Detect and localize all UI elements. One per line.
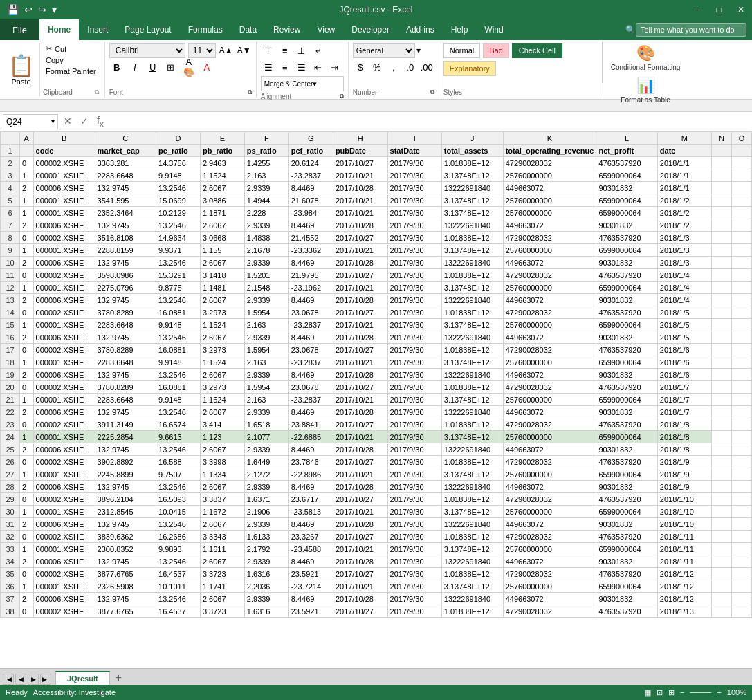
cell-r14-c5[interactable]: 3.2973 [200,306,244,319]
header-k[interactable]: total_operating_revenue [503,145,596,157]
cell-r33-c3[interactable]: 2300.8352 [95,543,156,555]
cell-r37-c1[interactable]: 2 [20,593,34,605]
cell-r5-c11[interactable]: 25760000000 [503,194,596,207]
cell-r16-empty-0[interactable] [712,331,732,344]
col-header-n[interactable]: N [712,132,732,145]
increase-font-button[interactable]: A▲ [219,43,234,58]
cell-r29-empty-1[interactable] [731,493,751,506]
cell-r27-c12[interactable]: 6599000064 [596,468,657,481]
cell-r31-c8[interactable]: 2017/10/28 [333,518,387,531]
cell-r19-c11[interactable]: 449663072 [503,369,596,381]
cell-r31-c12[interactable]: 90301832 [596,518,657,531]
cell-r29-c10[interactable]: 1.01838E+12 [441,493,503,506]
cell-r20-empty-0[interactable] [712,381,732,394]
cell-r5-c5[interactable]: 3.0886 [200,194,244,207]
cell-r28-c6[interactable]: 2.9339 [244,481,288,493]
cell-r38-c5[interactable]: 3.3723 [200,605,244,618]
cell-r10-c11[interactable]: 449663072 [503,257,596,269]
cell-r16-c7[interactable]: 8.4469 [288,331,333,344]
cell-r27-c6[interactable]: 2.1272 [244,468,288,481]
cell-r13-c2[interactable]: 000006.XSHE [33,294,95,306]
cell-r37-c11[interactable]: 449663072 [503,593,596,605]
fill-color-button[interactable]: A🎨 [181,59,196,75]
cell-r12-c8[interactable]: 2017/10/21 [333,282,387,294]
cell-r23-c3[interactable]: 3911.3149 [95,418,156,431]
cell-r32-c4[interactable]: 16.2686 [156,531,201,543]
cell-r11-c13[interactable]: 2018/1/4 [657,269,711,282]
cell-r17-c7[interactable]: 23.0678 [288,344,333,356]
cell-r2-c13[interactable]: 2018/1/1 [657,157,711,169]
cell-r9-c6[interactable]: 2.1678 [244,244,288,257]
cell-r6-c10[interactable]: 3.13748E+12 [441,207,503,219]
cell-r6-c4[interactable]: 10.2129 [156,207,201,219]
cell-r18-c12[interactable]: 6599000064 [596,356,657,369]
cell-r28-c10[interactable]: 13222691840 [441,481,503,493]
save-button[interactable]: 💾 [6,4,20,15]
header-n[interactable] [712,145,732,157]
cell-r25-empty-1[interactable] [731,443,751,456]
col-header-j[interactable]: J [441,132,503,145]
cell-r13-c4[interactable]: 13.2546 [156,294,201,306]
cell-r2-c8[interactable]: 2017/10/27 [333,157,387,169]
maximize-button[interactable]: □ [708,0,730,19]
cell-r34-c12[interactable]: 90301832 [596,555,657,568]
cell-r19-c5[interactable]: 2.6067 [200,369,244,381]
cell-r2-c5[interactable]: 2.9463 [200,157,244,169]
cell-r2-c7[interactable]: 20.6124 [288,157,333,169]
cell-r36-c10[interactable]: 3.13748E+12 [441,580,503,593]
cell-r26-c1[interactable]: 0 [20,456,34,468]
cell-r21-c7[interactable]: -23.2837 [288,394,333,406]
cell-r25-c11[interactable]: 449663072 [503,443,596,456]
bold-button[interactable]: B [109,59,125,75]
cell-r32-c9[interactable]: 2017/9/30 [387,531,441,543]
cell-r16-empty-1[interactable] [731,331,751,344]
col-header-i[interactable]: I [387,132,441,145]
cell-r12-empty-1[interactable] [731,282,751,294]
cell-r18-c11[interactable]: 25760000000 [503,356,596,369]
cell-r37-c10[interactable]: 13222691840 [441,593,503,605]
cell-r26-c13[interactable]: 2018/1/9 [657,456,711,468]
tell-me-input[interactable]: Tell me what you want to do [636,23,746,37]
cell-r18-empty-1[interactable] [731,356,751,369]
cell-r38-empty-1[interactable] [731,605,751,618]
cell-r31-empty-1[interactable] [731,518,751,531]
cell-r15-c10[interactable]: 3.13748E+12 [441,319,503,331]
cell-r20-c9[interactable]: 2017/9/30 [387,381,441,394]
cell-r21-c4[interactable]: 9.9148 [156,394,201,406]
cell-r5-c12[interactable]: 6599000064 [596,194,657,207]
cell-r23-c5[interactable]: 3.414 [200,418,244,431]
style-explanatory-button[interactable]: Explanatory [443,61,496,76]
cell-r18-c10[interactable]: 3.13748E+12 [441,356,503,369]
cell-r33-c7[interactable]: -23.4588 [288,543,333,555]
cell-r21-c9[interactable]: 2017/9/30 [387,394,441,406]
col-header-g[interactable]: G [288,132,333,145]
cell-r22-c9[interactable]: 2017/9/30 [387,406,441,418]
cell-r7-c9[interactable]: 2017/9/30 [387,219,441,232]
cell-r23-c7[interactable]: 23.8841 [288,418,333,431]
cell-r17-c12[interactable]: 4763537920 [596,344,657,356]
cell-r27-c10[interactable]: 3.13748E+12 [441,468,503,481]
header-c[interactable]: market_cap [95,145,156,157]
cell-r16-c8[interactable]: 2017/10/28 [333,331,387,344]
cell-r10-c9[interactable]: 2017/9/30 [387,257,441,269]
cell-r22-empty-0[interactable] [712,406,732,418]
cell-r34-c11[interactable]: 449663072 [503,555,596,568]
cell-r15-c4[interactable]: 9.9148 [156,319,201,331]
cell-r13-c12[interactable]: 90301832 [596,294,657,306]
cell-r30-c2[interactable]: 000001.XSHE [33,506,95,518]
cell-r15-c3[interactable]: 2283.6648 [95,319,156,331]
cell-r4-c13[interactable]: 2018/1/1 [657,182,711,194]
cell-r14-c4[interactable]: 16.0881 [156,306,201,319]
decrease-font-button[interactable]: A▼ [237,43,252,58]
cell-r24-empty-1[interactable] [731,431,751,443]
cell-r21-c13[interactable]: 2018/1/7 [657,394,711,406]
cell-r35-c9[interactable]: 2017/9/30 [387,568,441,580]
cell-r4-c1[interactable]: 2 [20,182,34,194]
cell-r24-c10[interactable]: 3.13748E+12 [441,431,503,443]
cell-r12-c7[interactable]: -23.1962 [288,282,333,294]
cell-r9-c5[interactable]: 1.155 [200,244,244,257]
cell-r13-empty-1[interactable] [731,294,751,306]
cell-r4-c12[interactable]: 90301832 [596,182,657,194]
cell-r27-c3[interactable]: 2245.8899 [95,468,156,481]
cell-r20-c1[interactable]: 0 [20,381,34,394]
